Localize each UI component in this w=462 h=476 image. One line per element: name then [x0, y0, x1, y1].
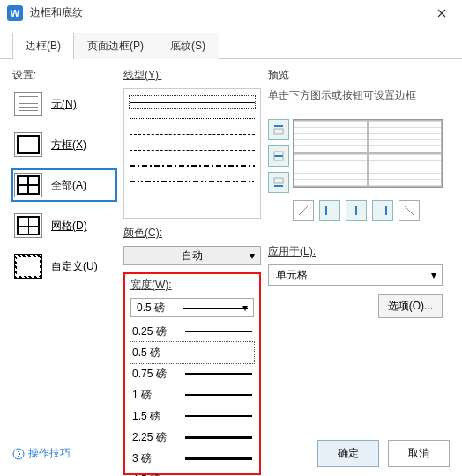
width-option-line: [185, 353, 252, 353]
width-option[interactable]: 0.75 磅: [130, 363, 254, 384]
dialog-title: 边框和底纹: [30, 5, 428, 20]
linestyle-list[interactable]: [123, 88, 261, 219]
app-icon: W: [7, 5, 23, 21]
setting-custom-label: 自定义(U): [51, 259, 98, 274]
settings-label: 设置:: [12, 68, 116, 83]
border-bottom-button[interactable]: [268, 172, 289, 193]
svg-point-9: [13, 449, 24, 459]
setting-all-label: 全部(A): [51, 178, 86, 193]
linestyle-item[interactable]: [130, 112, 255, 124]
width-selected: 0.5 磅: [137, 301, 183, 316]
width-option-label: 0.25 磅: [132, 324, 185, 339]
close-button[interactable]: [428, 1, 455, 26]
setting-custom[interactable]: 自定义(U): [12, 250, 116, 282]
setting-box[interactable]: 方框(X): [12, 129, 116, 160]
width-selected-line: [183, 308, 248, 309]
apply-value: 单元格: [276, 268, 308, 283]
width-option[interactable]: 1.5 磅: [130, 405, 254, 427]
tab-page-border[interactable]: 页面边框(P): [74, 33, 157, 59]
svg-rect-2: [274, 155, 283, 157]
preview-hint: 单击下方图示或按钮可设置边框: [268, 88, 443, 103]
setting-none-label: 无(N): [51, 97, 77, 112]
border-left-button[interactable]: [319, 200, 340, 221]
cancel-button[interactable]: 取消: [388, 440, 450, 467]
info-icon: [12, 448, 25, 460]
border-right-button[interactable]: [372, 200, 393, 221]
width-option-label: 0.75 磅: [132, 367, 185, 382]
width-option-line: [185, 331, 252, 332]
grid-icon: [14, 213, 42, 238]
custom-icon: [14, 254, 42, 279]
ok-button[interactable]: 确定: [317, 440, 379, 467]
setting-all[interactable]: 全部(A): [12, 169, 116, 201]
preview-label: 预览: [268, 68, 443, 83]
svg-rect-4: [274, 185, 283, 187]
linestyle-item[interactable]: [130, 96, 255, 108]
color-value: 自动: [182, 249, 203, 264]
width-label: 宽度(W):: [130, 278, 254, 293]
width-option-line: [185, 415, 252, 417]
setting-none[interactable]: 无(N): [12, 88, 116, 120]
width-option[interactable]: 4.5 磅: [130, 469, 254, 476]
color-label: 颜色(C):: [123, 226, 261, 241]
chevron-down-icon: ▾: [242, 301, 248, 314]
tab-shading[interactable]: 底纹(S): [157, 33, 219, 59]
chevron-down-icon: ▾: [431, 269, 436, 281]
width-option-label: 1 磅: [132, 388, 185, 403]
chevron-down-icon: ▾: [250, 249, 255, 262]
apply-select[interactable]: 单元格 ▾: [268, 264, 443, 286]
tab-strip: 边框(B) 页面边框(P) 底纹(S): [0, 32, 462, 59]
options-button[interactable]: 选项(O)...: [378, 294, 443, 318]
none-icon: [14, 92, 42, 116]
tab-border[interactable]: 边框(B): [12, 33, 74, 59]
close-icon: [437, 9, 446, 18]
border-top-button[interactable]: [268, 119, 289, 140]
width-option[interactable]: 0.5 磅: [130, 342, 254, 363]
linestyle-item[interactable]: [130, 128, 255, 140]
border-hmid-button[interactable]: [268, 145, 289, 167]
linestyle-item[interactable]: [130, 144, 255, 156]
svg-rect-1: [274, 129, 283, 134]
border-diag-button[interactable]: [293, 200, 314, 221]
svg-rect-7: [355, 206, 357, 215]
border-diag2-button[interactable]: [399, 200, 420, 221]
width-option-label: 1.5 磅: [132, 409, 185, 424]
linestyle-item[interactable]: [130, 175, 255, 188]
svg-rect-6: [325, 206, 327, 215]
width-option-line: [185, 436, 252, 439]
linestyle-label: 线型(Y):: [123, 68, 261, 83]
preview-sample[interactable]: [293, 119, 443, 188]
svg-rect-8: [385, 206, 387, 215]
linestyle-item[interactable]: [130, 160, 255, 172]
svg-rect-5: [274, 178, 283, 183]
width-option-line: [185, 394, 252, 396]
box-icon: [14, 132, 42, 157]
tips-label: 操作技巧: [28, 446, 71, 461]
svg-rect-0: [274, 125, 283, 127]
width-option[interactable]: 1 磅: [130, 384, 254, 405]
width-option-label: 4.5 磅: [132, 472, 185, 477]
width-option-label: 0.5 磅: [132, 346, 185, 361]
titlebar: W 边框和底纹: [0, 0, 462, 26]
apply-label: 应用于(L):: [268, 244, 443, 259]
setting-box-label: 方框(X): [51, 138, 86, 152]
width-option[interactable]: 0.25 磅: [130, 321, 254, 342]
width-select[interactable]: 0.5 磅 ▾: [130, 298, 254, 317]
border-vmid-button[interactable]: [346, 200, 367, 221]
setting-grid[interactable]: 网格(D): [12, 210, 116, 242]
all-icon: [14, 173, 42, 197]
width-option-line: [185, 373, 252, 374]
setting-grid-label: 网格(D): [51, 219, 87, 234]
tips-link[interactable]: 操作技巧: [12, 446, 71, 461]
color-select[interactable]: 自动 ▾: [123, 246, 261, 265]
